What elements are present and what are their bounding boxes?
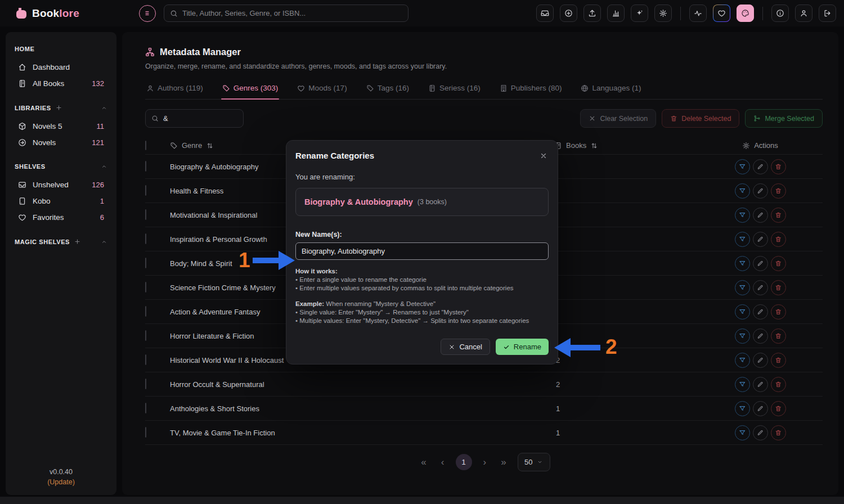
sort-icon[interactable] bbox=[206, 142, 214, 150]
sidebar-item-kobo[interactable]: Kobo1 bbox=[15, 193, 107, 209]
user-button[interactable] bbox=[795, 4, 812, 22]
chart-button[interactable] bbox=[607, 4, 625, 22]
row-checkbox[interactable] bbox=[145, 161, 146, 172]
delete-button[interactable] bbox=[771, 159, 786, 174]
delete-button[interactable] bbox=[771, 328, 786, 344]
row-checkbox[interactable] bbox=[145, 379, 146, 389]
chevron-up-icon[interactable] bbox=[101, 163, 107, 170]
filter-button[interactable] bbox=[735, 183, 750, 199]
select-all-checkbox[interactable] bbox=[145, 141, 146, 150]
merge-selected-button[interactable]: Merge Selected bbox=[745, 109, 823, 128]
edit-button[interactable] bbox=[753, 425, 768, 440]
tab-genres[interactable]: Genres (303) bbox=[221, 84, 280, 99]
update-link[interactable]: (Update) bbox=[15, 478, 107, 486]
edit-button[interactable] bbox=[753, 232, 768, 247]
tab-moods[interactable]: Moods (17) bbox=[296, 84, 348, 99]
chevron-up-icon[interactable] bbox=[101, 105, 107, 111]
upload-button[interactable] bbox=[583, 4, 601, 22]
delete-button[interactable] bbox=[771, 353, 786, 368]
sort-icon[interactable] bbox=[590, 142, 598, 150]
heart-button[interactable] bbox=[713, 4, 730, 22]
first-page-button[interactable]: « bbox=[417, 454, 429, 470]
current-page[interactable]: 1 bbox=[456, 454, 472, 470]
filter-button[interactable] bbox=[735, 425, 750, 440]
edit-button[interactable] bbox=[753, 159, 768, 174]
edit-button[interactable] bbox=[753, 377, 768, 392]
delete-button[interactable] bbox=[771, 280, 786, 295]
sparkles-button[interactable] bbox=[631, 4, 648, 22]
filter-button[interactable] bbox=[735, 208, 750, 223]
tab-languages[interactable]: Languages (1) bbox=[580, 84, 642, 99]
delete-button[interactable] bbox=[771, 425, 786, 440]
filter-button[interactable] bbox=[735, 353, 750, 368]
brand-logo[interactable]: Booklore bbox=[15, 7, 79, 20]
new-name-input[interactable] bbox=[295, 242, 549, 260]
add-icon[interactable] bbox=[74, 238, 81, 245]
logout-button[interactable] bbox=[819, 4, 836, 22]
page-size-select[interactable]: 50 bbox=[518, 453, 550, 471]
activity-button[interactable] bbox=[689, 4, 707, 22]
delete-button[interactable] bbox=[771, 183, 786, 199]
filter-button[interactable] bbox=[735, 401, 750, 416]
column-books[interactable]: Books bbox=[554, 141, 698, 150]
edit-button[interactable] bbox=[753, 304, 768, 320]
sidebar-item-favorites[interactable]: Favorites6 bbox=[15, 209, 107, 226]
prev-page-button[interactable]: ‹ bbox=[438, 454, 448, 470]
tab-tags[interactable]: Tags (16) bbox=[365, 84, 410, 99]
filter-button[interactable] bbox=[735, 232, 750, 247]
row-checkbox[interactable] bbox=[145, 403, 146, 413]
delete-button[interactable] bbox=[771, 304, 786, 320]
clear-selection-button[interactable]: Clear Selection bbox=[580, 109, 656, 128]
add-icon[interactable] bbox=[55, 104, 62, 111]
delete-button[interactable] bbox=[771, 401, 786, 416]
edit-button[interactable] bbox=[753, 328, 768, 344]
plus-circle-button[interactable] bbox=[560, 4, 577, 22]
filter-button[interactable] bbox=[735, 328, 750, 344]
filter-button[interactable] bbox=[735, 304, 750, 320]
row-checkbox[interactable] bbox=[145, 209, 146, 220]
row-checkbox[interactable] bbox=[145, 427, 146, 438]
row-checkbox[interactable] bbox=[145, 233, 146, 244]
info-button[interactable] bbox=[771, 4, 789, 22]
filter-button[interactable] bbox=[735, 159, 750, 174]
tab-authors[interactable]: Authors (119) bbox=[145, 84, 204, 99]
chevron-up-icon[interactable] bbox=[101, 238, 107, 245]
next-page-button[interactable]: › bbox=[480, 454, 490, 470]
cancel-button[interactable]: Cancel bbox=[441, 339, 490, 355]
sidebar-item-unshelved[interactable]: Unshelved126 bbox=[15, 177, 107, 193]
edit-button[interactable] bbox=[753, 256, 768, 271]
sidebar-item-dashboard[interactable]: Dashboard bbox=[15, 59, 107, 75]
sidebar-item-novels[interactable]: Novels121 bbox=[15, 134, 107, 151]
last-page-button[interactable]: » bbox=[497, 454, 509, 470]
row-checkbox[interactable] bbox=[145, 330, 146, 341]
inbox-button[interactable] bbox=[536, 4, 554, 22]
filter-button[interactable] bbox=[735, 256, 750, 271]
delete-button[interactable] bbox=[771, 377, 786, 392]
tab-seriess[interactable]: Seriess (16) bbox=[427, 84, 482, 99]
filter-button[interactable] bbox=[735, 377, 750, 392]
delete-selected-button[interactable]: Delete Selected bbox=[662, 109, 739, 128]
global-search-input[interactable] bbox=[182, 9, 402, 17]
delete-button[interactable] bbox=[771, 256, 786, 271]
row-checkbox[interactable] bbox=[145, 282, 146, 292]
sidebar-item-novels-5[interactable]: Novels 511 bbox=[15, 118, 107, 134]
sidebar-toggle-button[interactable] bbox=[139, 5, 156, 22]
edit-button[interactable] bbox=[753, 401, 768, 416]
row-checkbox[interactable] bbox=[145, 258, 146, 268]
table-filter-input[interactable] bbox=[163, 114, 237, 123]
row-checkbox[interactable] bbox=[145, 354, 146, 365]
close-icon[interactable] bbox=[538, 151, 549, 161]
palette-button[interactable] bbox=[737, 4, 754, 22]
row-checkbox[interactable] bbox=[145, 185, 146, 196]
edit-button[interactable] bbox=[753, 353, 768, 368]
gear-button[interactable] bbox=[654, 4, 672, 22]
sidebar-item-all-books[interactable]: All Books132 bbox=[15, 75, 107, 92]
rename-button[interactable]: Rename bbox=[496, 339, 549, 355]
edit-button[interactable] bbox=[753, 280, 768, 295]
edit-button[interactable] bbox=[753, 183, 768, 199]
filter-button[interactable] bbox=[735, 280, 750, 295]
edit-button[interactable] bbox=[753, 208, 768, 223]
delete-button[interactable] bbox=[771, 208, 786, 223]
tab-publishers[interactable]: Publishers (80) bbox=[499, 84, 563, 99]
row-checkbox[interactable] bbox=[145, 306, 146, 317]
